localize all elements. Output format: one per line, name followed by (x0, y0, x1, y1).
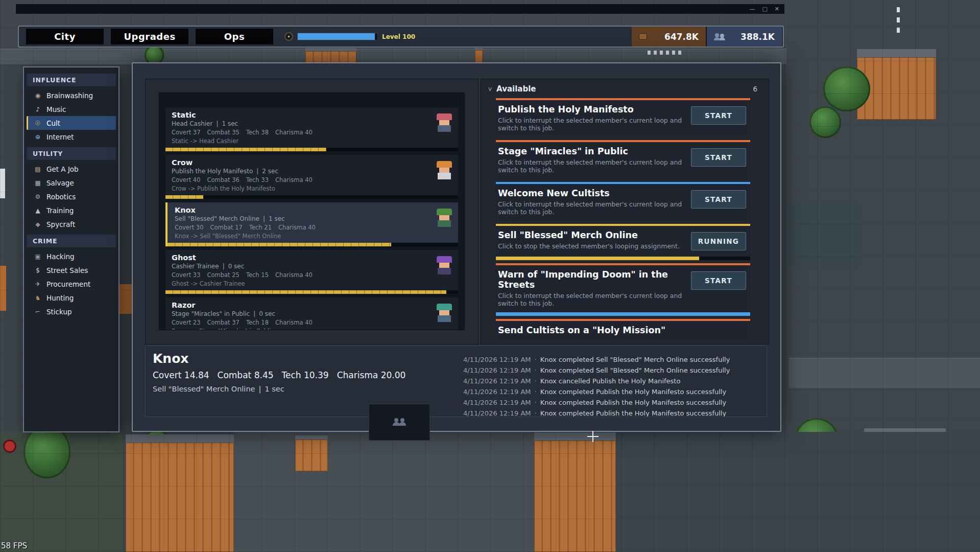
job-title: Publish the Holy Manifesto (498, 104, 687, 114)
sidebar-item[interactable]: ⚙ Robotics (27, 190, 116, 203)
sidebar-section-header: UTILITY (27, 147, 116, 160)
sidebar-item-label: Spycraft (46, 220, 75, 228)
sidebar-item[interactable]: ◆ Spycraft (27, 217, 116, 231)
sidebar-item-label: Music (46, 105, 66, 113)
member-progress-bar (165, 195, 458, 199)
sidebar-item[interactable]: ☉ Cult (27, 116, 116, 130)
sidebar-item-label: Internet (46, 133, 74, 141)
member-card[interactable]: Static Head Cashier|1 sec Covert 37Comba… (165, 107, 458, 151)
sidebar-item[interactable]: ▤ Get A Job (27, 162, 116, 176)
member-progress-fill (165, 148, 326, 151)
sidebar-item[interactable]: ⌐ Stickup (27, 305, 116, 318)
log-timestamp: 4/11/2026 12:19 AM (463, 388, 531, 396)
sidebar-item-label: Stickup (46, 308, 72, 316)
bg-tile (789, 202, 861, 268)
log-entry: 4/11/2026 12:19 AM·Knox completed Publis… (463, 397, 762, 408)
sidebar-item[interactable]: $ Street Sales (27, 263, 116, 277)
maximize-button[interactable]: ▢ (762, 6, 767, 12)
member-progress-bar (165, 290, 458, 294)
job-action-button[interactable]: START (691, 148, 746, 167)
sidebar-item-label: Salvage (46, 179, 74, 187)
available-title: Available (496, 84, 536, 94)
sidebar-item[interactable]: ▣ Hacking (27, 249, 116, 263)
roster-mini-panel[interactable] (369, 404, 430, 441)
job-action-button[interactable]: START (691, 106, 746, 125)
job-action-button[interactable]: START (691, 190, 746, 209)
sidebar-section-header: INFLUENCE (27, 74, 116, 86)
sidebar-item-icon: ◉ (34, 92, 42, 99)
sidebar-item-label: Training (46, 206, 74, 215)
top-bar: City Upgrades Ops Level 100 647.8K 388.1… (18, 26, 784, 48)
log-timestamp: 4/11/2026 12:19 AM (463, 356, 531, 363)
member-progress-fill (168, 243, 391, 246)
member-job-line: Sell "Blessed" Merch Online|1 sec (175, 215, 452, 222)
bg-tile (786, 0, 980, 552)
sidebar-item-icon: ▣ (34, 253, 42, 260)
money-value: 647.8K (664, 32, 699, 42)
nav-tab[interactable]: Upgrades (111, 29, 188, 44)
log-entry: 4/11/2026 12:19 AM·Knox completed Publis… (463, 408, 762, 417)
member-card[interactable]: Ghost Cashier Trainee|0 sec Covert 33Com… (165, 250, 458, 294)
money-counter: 647.8K (632, 27, 707, 47)
member-card[interactable]: Crow Publish the Holy Manifesto|2 sec Co… (165, 155, 458, 199)
minimize-button[interactable]: — (749, 6, 755, 12)
job-card: Publish the Holy Manifesto Click to inte… (496, 98, 750, 137)
member-avatar-icon (437, 113, 452, 132)
job-progress-bar (496, 257, 750, 260)
sidebar-item-icon: ♪ (34, 106, 42, 113)
bg-marker (3, 440, 16, 453)
job-card: Send Cultists on a "Holy Mission" (496, 319, 750, 338)
bg-tree (23, 425, 70, 478)
sidebar-item[interactable]: ⊕ Internet (27, 130, 116, 144)
log-message: Knox completed Publish the Holy Manifest… (540, 388, 727, 396)
log-message: Knox completed Sell "Blessed" Merch Onli… (540, 356, 730, 363)
sidebar-item[interactable]: ▲ Training (27, 203, 116, 217)
sidebar-item-label: Robotics (46, 193, 76, 201)
log-timestamp: 4/11/2026 12:19 AM (463, 399, 531, 406)
population-icon (714, 33, 725, 40)
job-progress-bar (496, 312, 750, 316)
job-description: Click to interrupt the selected member's… (498, 292, 687, 307)
jobs-list: Publish the Holy Manifesto Click to inte… (496, 98, 750, 338)
bg-tile (0, 432, 123, 552)
sidebar-item-icon: ⌐ (34, 308, 42, 315)
sidebar-item[interactable]: ♪ Music (27, 102, 116, 116)
bg-crosswalk (648, 51, 683, 55)
bg-tree (809, 106, 841, 138)
job-action-button[interactable]: START (691, 271, 746, 290)
job-title: Welcome New Cultists (498, 188, 687, 198)
member-card[interactable]: Razor Stage "Miracles" in Public|0 sec C… (165, 297, 458, 330)
job-action-button[interactable]: RUNNING (691, 232, 746, 250)
job-description: Click to interrupt the selected member's… (498, 117, 687, 132)
close-button[interactable]: ✕ (775, 6, 779, 12)
member-avatar-icon (437, 256, 452, 274)
job-description: Click to interrupt the selected member's… (498, 158, 687, 174)
member-avatar-icon (437, 161, 452, 179)
sidebar-item[interactable]: ▦ Salvage (27, 176, 116, 190)
log-timestamp: 4/11/2026 12:19 AM (463, 377, 531, 385)
member-detail-panel: Knox Covert 14.84Combat 8.45Tech 10.39Ch… (145, 346, 767, 417)
sidebar-item[interactable]: ◉ Brainwashing (27, 88, 116, 102)
nav-tab[interactable]: City (26, 29, 104, 44)
level-progress-bar (297, 33, 378, 40)
sidebar-item-icon: ▤ (34, 166, 42, 173)
member-card[interactable]: Knox Sell "Blessed" Merch Online|1 sec C… (165, 202, 458, 246)
log-entry: 4/11/2026 12:19 AM·Knox cancelled Publis… (463, 376, 762, 386)
level-clock-icon (284, 32, 293, 41)
member-name: Knox (175, 206, 452, 214)
member-stats: Covert 30Combat 17Tech 21Charisma 40 (175, 224, 452, 231)
sidebar-item-icon: ▲ (34, 207, 42, 214)
available-header[interactable]: v Available 6 (488, 84, 761, 94)
job-title: Stage "Miracles" in Public (498, 146, 687, 156)
job-card: Welcome New Cultists Click to interrupt … (496, 182, 750, 221)
member-action: Crow -> Publish the Holy Manifesto (172, 185, 452, 192)
log-entry: 4/11/2026 12:19 AM·Knox completed Sell "… (463, 354, 762, 365)
bg-tree (143, 429, 171, 458)
bg-road-dash (897, 4, 900, 33)
nav-tab[interactable]: Ops (196, 29, 273, 44)
log-message: Knox completed Publish the Holy Manifest… (540, 409, 727, 417)
bg-building (857, 49, 936, 120)
people-icon (393, 418, 406, 426)
sidebar-item[interactable]: ✈ Procurement (27, 277, 116, 291)
sidebar-item[interactable]: ♞ Hunting (27, 291, 116, 305)
